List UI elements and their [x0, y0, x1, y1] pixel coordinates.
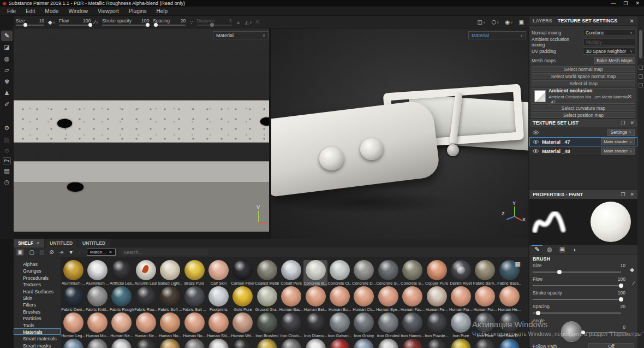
material-item[interactable]: Aluminium ...	[85, 260, 109, 286]
param-distance-slider[interactable]	[197, 25, 232, 26]
brush-tip-icon[interactable]: ◆	[630, 267, 634, 273]
save-icon[interactable]: ▥	[39, 249, 44, 255]
tab-texture-set-settings[interactable]: TEXTURE SET SETTINGS	[558, 18, 618, 23]
material-item[interactable]	[110, 339, 134, 348]
grid-display-settings-icon[interactable]: ▦	[515, 261, 521, 268]
material-item[interactable]: Baked Light...	[158, 260, 182, 286]
display-settings-icon[interactable]: ⚙	[1, 123, 13, 133]
import-resources-icon[interactable]: ⇥	[59, 249, 63, 255]
material-item[interactable]: Human Mo...	[85, 312, 109, 339]
material-item[interactable]: Concrete B...	[303, 260, 327, 286]
category-hard-surfaces[interactable]: Hard Surfaces	[14, 288, 61, 294]
material-item[interactable]: Human Eye...	[376, 286, 400, 312]
material-item[interactable]: Iron Grainy	[352, 312, 376, 339]
tab-material-icon[interactable]: ◗	[571, 246, 579, 253]
visibility-eye-icon[interactable]	[532, 139, 539, 144]
material-item[interactable]	[352, 339, 376, 348]
lazy-mouse-icon[interactable]: ∵	[189, 19, 193, 25]
material-item[interactable]	[85, 339, 109, 348]
select-world-space-normal-map-button[interactable]: Select world space normal map	[532, 73, 635, 79]
material-item[interactable]: Brass Pure	[182, 260, 206, 286]
param-size-slider[interactable]	[16, 25, 44, 26]
menu-mode[interactable]: Mode	[40, 7, 63, 16]
category-skin[interactable]: Skin	[14, 294, 61, 301]
param-flow-slider[interactable]	[59, 25, 91, 26]
material-item[interactable]: Gold Pure	[231, 286, 255, 312]
visibility-eye-icon[interactable]	[532, 149, 539, 154]
category-brushes[interactable]: Brushes	[14, 308, 61, 315]
shader-settings-icon[interactable]: ⚙	[1, 146, 13, 156]
dock-panel-icon[interactable]	[639, 83, 643, 87]
material-item[interactable]: Fabric Suit ...	[182, 286, 206, 312]
viewport-2d[interactable]: Material∨ V U	[14, 28, 269, 239]
material-item[interactable]	[449, 339, 473, 348]
brush-flow-slider[interactable]	[533, 285, 621, 286]
remove-ao-map-icon[interactable]: ✕	[628, 93, 632, 99]
uv-padding-select[interactable]: 3D Space Neighbor∨	[583, 48, 635, 55]
material-item[interactable]: Iron Raw D...	[497, 312, 521, 339]
close-icon[interactable]: ✕	[630, 18, 634, 24]
category-smart-materials[interactable]: Smart materials	[14, 335, 61, 341]
material-item[interactable]: Iron Raw	[473, 312, 497, 339]
category-tools[interactable]: Tools	[14, 322, 61, 328]
camera-icon[interactable]: ◉∨	[505, 19, 512, 25]
dock-panel-icon[interactable]	[639, 74, 643, 79]
filter-chip[interactable]: Materi...✕	[87, 249, 116, 256]
material-item[interactable]: Coated Metal	[255, 260, 279, 286]
split-2d3d-view-icon[interactable]: ◫∨	[477, 19, 485, 25]
clone-tool-icon[interactable]: ♟	[1, 88, 13, 98]
menu-help[interactable]: Help	[152, 7, 173, 16]
material-item[interactable]	[303, 339, 327, 348]
material-item[interactable]: Human For...	[473, 286, 497, 312]
material-item[interactable]: Concrete S...	[400, 260, 424, 286]
param-stroke-opacity[interactable]: Stroke opacity100	[102, 18, 149, 26]
material-item[interactable]: Human For...	[449, 286, 473, 312]
texture-settings-icon[interactable]: ▨	[1, 134, 13, 145]
brush-tip-icon[interactable]: ◆∨	[48, 19, 55, 25]
brush-stroke-opacity-slider[interactable]	[533, 299, 621, 300]
tab-stencil-icon[interactable]: ▣	[558, 246, 566, 253]
shader-channel-dropdown-3d[interactable]: Material∨	[468, 31, 526, 39]
normal-mixing-select[interactable]: Combine∨	[583, 29, 635, 36]
follow-path-toggle[interactable]: Off	[588, 343, 634, 348]
category-smart-masks[interactable]: Smart masks	[14, 342, 61, 348]
material-item[interactable]	[279, 339, 303, 348]
material-item[interactable]	[473, 339, 497, 348]
material-item[interactable]	[231, 339, 255, 348]
smudge-tool-icon[interactable]: ✾	[1, 76, 13, 87]
material-item[interactable]	[425, 339, 449, 348]
shader-channel-dropdown-2d[interactable]: Material∨	[213, 31, 269, 39]
material-item[interactable]: Fabric Soft ...	[158, 286, 182, 312]
select-position-map-button[interactable]: Select position map	[532, 112, 635, 118]
material-item[interactable]: Human Bel...	[303, 286, 327, 312]
texture-set-settings-button[interactable]: Settings∨	[607, 129, 635, 136]
material-item[interactable]: Concrete Si...	[376, 260, 400, 286]
material-item[interactable]: Concrete D...	[352, 260, 376, 286]
material-item[interactable]: Iron Hamm...	[400, 312, 424, 339]
new-resource-icon[interactable]: ▢	[29, 249, 34, 255]
select-normal-map-button[interactable]: Select normal map	[532, 66, 635, 72]
material-item[interactable]: Human He...	[497, 286, 521, 312]
select-curvature-map-button[interactable]: Select curvature map	[532, 105, 635, 111]
display-mode-icon[interactable]: ⬡∨	[491, 19, 499, 25]
material-item[interactable]	[158, 339, 182, 348]
material-item[interactable]: Iron Grinded	[376, 312, 400, 339]
param-stroke-opacity-slider[interactable]	[102, 25, 149, 26]
symmetry-icon[interactable]: ▲	[236, 19, 241, 25]
material-item[interactable]: Fabric Rough	[110, 286, 134, 312]
material-item[interactable]	[61, 339, 85, 348]
material-item[interactable]	[327, 339, 351, 348]
material-item[interactable]: Fabric Deni...	[61, 286, 85, 312]
material-item[interactable]: Human Ne...	[110, 312, 134, 339]
hide-resources-icon[interactable]: ⊘	[49, 249, 53, 255]
close-icon[interactable]: ✕	[630, 120, 634, 126]
close-icon[interactable]: ✕	[109, 250, 112, 255]
material-item[interactable]	[400, 339, 424, 348]
material-item[interactable]	[255, 339, 279, 348]
material-item[interactable]: Copper Pure	[425, 260, 449, 286]
ambient-occlusion-map-card[interactable]: Ambient occlusion Ambient Occlusion Ma..…	[532, 88, 635, 104]
material-item[interactable]: Human Fac...	[400, 286, 424, 312]
material-item[interactable]: Iron Chain...	[279, 312, 303, 339]
material-item[interactable]: Human No...	[158, 312, 182, 339]
projection-tool-icon[interactable]: ◍	[1, 54, 13, 64]
